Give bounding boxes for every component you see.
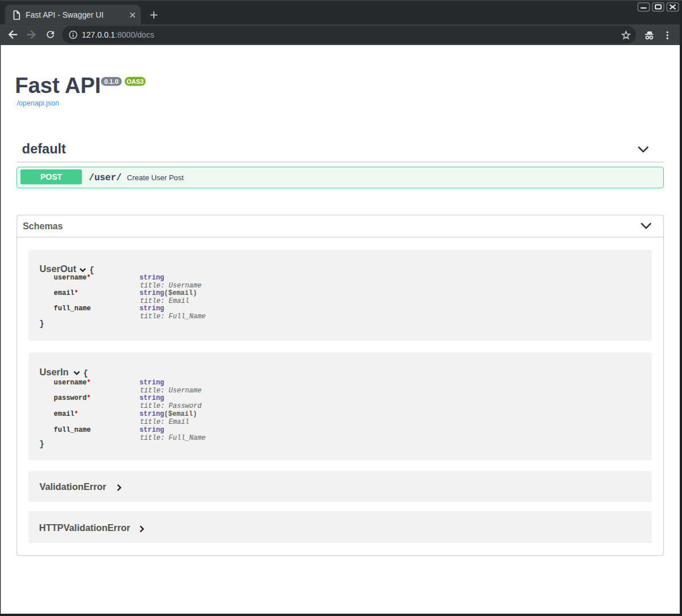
svg-text:0.1.0: 0.1.0: [104, 78, 119, 85]
svg-text:Fast API - Swagger UI: Fast API - Swagger UI: [26, 11, 104, 19]
svg-text:title: Username: title: Username: [140, 282, 201, 290]
svg-text:UserIn: UserIn: [39, 367, 68, 377]
svg-text:}: }: [39, 440, 44, 449]
svg-text:username*: username*: [54, 274, 91, 282]
svg-text:/openapi.json: /openapi.json: [17, 99, 59, 107]
svg-text:title: Full_Name: title: Full_Name: [140, 434, 205, 442]
svg-text:string: string: [140, 305, 164, 313]
svg-text:title: Email: title: Email: [140, 418, 189, 426]
svg-text:}: }: [39, 319, 44, 329]
svg-text:title: Email: title: Email: [140, 297, 189, 305]
svg-text:email*: email*: [54, 289, 78, 297]
svg-text:password*: password*: [54, 394, 91, 402]
svg-text:title: Password: title: Password: [140, 402, 202, 410]
svg-text:string: string: [140, 394, 164, 402]
svg-text:string: string: [140, 274, 164, 282]
svg-text:string($email): string($email): [140, 289, 197, 297]
svg-text:OAS3: OAS3: [127, 78, 144, 85]
svg-text:Fast API: Fast API: [15, 74, 101, 98]
svg-text:ValidationError: ValidationError: [39, 481, 107, 492]
svg-text:title: Username: title: Username: [140, 387, 201, 395]
svg-text:Create User Post: Create User Post: [127, 173, 184, 182]
svg-text:127.0.0.1:8000/docs: 127.0.0.1:8000/docs: [82, 30, 155, 39]
svg-text:title: Full_Name: title: Full_Name: [140, 313, 205, 321]
svg-text:default: default: [22, 141, 66, 156]
svg-text:full_name: full_name: [54, 426, 91, 434]
svg-text:UserOut: UserOut: [39, 264, 76, 274]
svg-text:/user/: /user/: [89, 173, 122, 183]
svg-text:string: string: [140, 426, 164, 434]
svg-text:username*: username*: [54, 379, 91, 387]
svg-text:string: string: [140, 379, 164, 387]
svg-text:Schemas: Schemas: [23, 221, 63, 231]
svg-text:email*: email*: [54, 410, 78, 418]
svg-text:{: {: [83, 369, 88, 378]
svg-text:string($email): string($email): [140, 410, 197, 418]
svg-text:full_name: full_name: [54, 305, 91, 313]
svg-text:POST: POST: [40, 172, 63, 181]
svg-text:HTTPValidationError: HTTPValidationError: [39, 522, 131, 533]
